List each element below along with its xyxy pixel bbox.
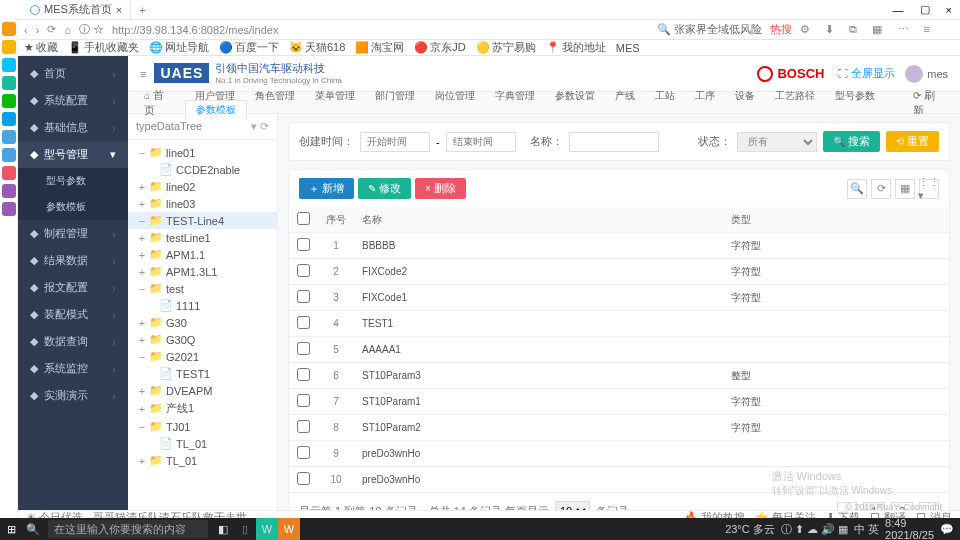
window-max-icon[interactable]: ▢ — [912, 3, 938, 16]
tree-node[interactable]: +📁G30 — [128, 314, 277, 331]
tree-node[interactable]: −📁test — [128, 280, 277, 297]
table-search-icon[interactable]: 🔍 — [847, 179, 867, 199]
edit-button[interactable]: ✎ 修改 — [358, 178, 411, 199]
pinned-app[interactable]: ▯ — [234, 518, 256, 540]
table-row[interactable]: 4TEST1 — [289, 311, 949, 337]
select-all[interactable] — [289, 207, 318, 233]
row-checkbox[interactable] — [297, 264, 310, 277]
table-row[interactable]: 8ST10Param2字符型 — [289, 415, 949, 441]
new-tab-button[interactable]: + — [131, 4, 153, 16]
search-button[interactable]: 🔍 搜索 — [823, 131, 880, 152]
search-icon[interactable]: 🔍 — [22, 518, 44, 540]
pinned-app[interactable]: W — [256, 518, 278, 540]
pinned-app[interactable]: W — [278, 518, 300, 540]
start-button[interactable]: ⊞ — [0, 518, 22, 540]
row-checkbox[interactable] — [297, 446, 310, 459]
nav-back-icon[interactable]: ‹ — [24, 24, 28, 36]
menu-toggle-icon[interactable]: ≡ — [140, 68, 146, 80]
table-row[interactable]: 10preDo3wnHo — [289, 467, 949, 493]
page-tab[interactable]: 菜单管理 — [305, 87, 365, 104]
page-tab[interactable]: 型号参数 — [825, 87, 885, 104]
activity-icon[interactable] — [2, 130, 16, 144]
hot-badge[interactable]: 热搜 — [770, 22, 792, 37]
page-tab[interactable]: 岗位管理 — [425, 87, 485, 104]
sidebar-item[interactable]: ◆结果数据› — [18, 247, 128, 274]
activity-icon[interactable] — [2, 40, 16, 54]
system-tray[interactable]: 23°C 多云 ⓘ ⬆ ☁ 🔊 ▦ 中 英 8:492021/8/25 💬 — [719, 517, 960, 540]
table-columns-icon[interactable]: ▦ — [895, 179, 915, 199]
page-tab[interactable]: 工序 — [685, 87, 725, 104]
tree-node[interactable]: +📁line02 — [128, 178, 277, 195]
activity-icon[interactable] — [2, 202, 16, 216]
sidebar-item[interactable]: ◆基础信息› — [18, 114, 128, 141]
row-checkbox[interactable] — [297, 342, 310, 355]
sidebar-subitem[interactable]: 型号参数 — [18, 168, 128, 194]
delete-button[interactable]: × 删除 — [415, 178, 466, 199]
home-icon[interactable]: ⌂ — [64, 24, 71, 36]
table-row[interactable]: 7ST10Param1字符型 — [289, 389, 949, 415]
tree-menu-icon[interactable]: ▾ ⟳ — [251, 120, 269, 133]
page-tab[interactable]: 参数设置 — [545, 87, 605, 104]
page-tab[interactable]: 字典管理 — [485, 87, 545, 104]
tree-node[interactable]: +📁产线1 — [128, 399, 277, 418]
clock[interactable]: 8:492021/8/25 — [885, 517, 934, 540]
reset-button[interactable]: ⟲ 重置 — [886, 131, 939, 152]
notifications-icon[interactable]: 💬 — [940, 523, 954, 536]
activity-icon[interactable] — [2, 184, 16, 198]
tree-node[interactable]: −📁line01 — [128, 144, 277, 161]
taskbar-search[interactable]: 在这里输入你要搜索的内容 — [48, 520, 208, 538]
activity-icon[interactable] — [2, 22, 16, 36]
bookmark-item[interactable]: 🔴 京东JD — [414, 40, 465, 55]
bookmark-item[interactable]: 🐱 天猫618 — [289, 40, 345, 55]
table-row[interactable]: 6ST10Param3整型 — [289, 363, 949, 389]
reload-icon[interactable]: ⟳ — [47, 23, 56, 36]
bookmark-item[interactable]: 🌐 网址导航 — [149, 40, 209, 55]
table-row[interactable]: 3FIXCode1字符型 — [289, 285, 949, 311]
table-row[interactable]: 2FIXCode2字符型 — [289, 259, 949, 285]
sidebar-item[interactable]: ◆数据查询› — [18, 328, 128, 355]
bookmark-item[interactable]: 🔵 百度一下 — [219, 40, 279, 55]
add-button[interactable]: ＋ 新增 — [299, 178, 354, 199]
table-view-icon[interactable]: ⋮⋮ ▾ — [919, 179, 939, 199]
table-refresh-icon[interactable]: ⟳ — [871, 179, 891, 199]
tree-node[interactable]: 📄TL_01 — [128, 435, 277, 452]
sidebar-item[interactable]: ◆型号管理▾ — [18, 141, 128, 168]
tree[interactable]: −📁line01📄CCDE2nable+📁line02+📁line03−📁TES… — [128, 140, 277, 518]
row-checkbox[interactable] — [297, 368, 310, 381]
bookmark-item[interactable]: 🟡 苏宁易购 — [476, 40, 536, 55]
row-checkbox[interactable] — [297, 316, 310, 329]
page-tab[interactable]: 工站 — [645, 87, 685, 104]
sidebar-item[interactable]: ◆装配模式› — [18, 301, 128, 328]
tree-node[interactable]: +📁DVEAPM — [128, 382, 277, 399]
row-checkbox[interactable] — [297, 238, 310, 251]
window-close-icon[interactable]: × — [938, 4, 960, 16]
activity-icon[interactable] — [2, 166, 16, 180]
tree-node[interactable]: +📁APM1.1 — [128, 246, 277, 263]
activity-icon[interactable] — [2, 76, 16, 90]
browser-tab[interactable]: MES系统首页 × — [22, 0, 131, 19]
end-time-input[interactable] — [446, 132, 516, 152]
fullscreen-button[interactable]: ⛶ 全屏显示 — [838, 66, 895, 81]
tree-node[interactable]: −📁G2021 — [128, 348, 277, 365]
weather[interactable]: 23°C 多云 — [725, 522, 775, 537]
col-name[interactable]: 名称 — [354, 207, 723, 233]
activity-icon[interactable] — [2, 58, 16, 72]
name-input[interactable] — [569, 132, 659, 152]
nav-forward-icon[interactable]: › — [36, 24, 40, 36]
activity-icon[interactable] — [2, 148, 16, 162]
username[interactable]: mes — [927, 68, 948, 80]
activity-icon[interactable] — [2, 112, 16, 126]
status-select[interactable]: 所有 — [737, 132, 817, 152]
bookmark-item[interactable]: ★ 收藏 — [24, 40, 58, 55]
col-type[interactable]: 类型 — [723, 207, 949, 233]
bookmark-item[interactable]: 🟧 淘宝网 — [355, 40, 404, 55]
table-row[interactable]: 1BBBBB字符型 — [289, 233, 949, 259]
ime[interactable]: 中 英 — [854, 522, 879, 537]
url-text[interactable]: http://39.98.134.6:8082/mes/index — [112, 24, 278, 36]
sidebar-item[interactable]: ◆实测演示› — [18, 382, 128, 409]
tab-close-icon[interactable]: × — [116, 4, 122, 16]
sidebar-item[interactable]: ◆首页› — [18, 60, 128, 87]
row-checkbox[interactable] — [297, 472, 310, 485]
table-row[interactable]: 9preDo3wnHo — [289, 441, 949, 467]
bookmark-item[interactable]: 📍 我的地址 — [546, 40, 606, 55]
